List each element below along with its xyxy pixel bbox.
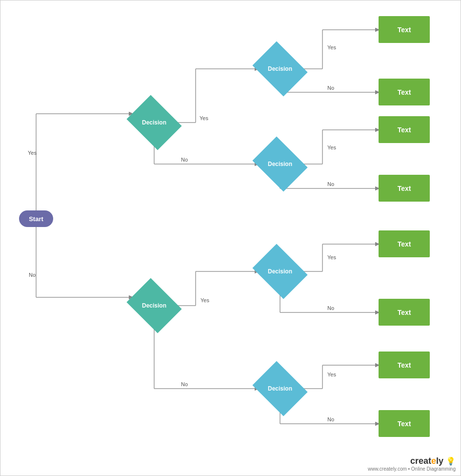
svg-text:No: No [181,381,188,387]
decision-1-bottom-label: Decision [142,302,166,309]
svg-text:No: No [327,181,334,187]
branding-bulb: e [431,456,436,466]
svg-text:No: No [327,305,334,311]
start-node[interactable]: Start [19,210,53,227]
svg-text:No: No [327,416,334,422]
text-node-2-label: Text [398,88,411,96]
text-node-3[interactable]: Text [379,116,430,143]
svg-text:Yes: Yes [327,145,336,150]
text-node-6-label: Text [398,309,411,316]
start-label: Start [29,215,43,223]
decision-1-top-label: Decision [142,119,166,126]
svg-text:No: No [327,85,334,91]
text-node-7[interactable]: Text [379,352,430,378]
branding-logo: creately 💡 [368,456,456,466]
branding-bulb-icon: 💡 [446,457,456,465]
text-node-5-label: Text [398,240,411,248]
svg-text:Yes: Yes [327,254,336,260]
decision-2-bl-label: Decision [268,268,292,275]
text-node-4-label: Text [398,185,411,192]
svg-text:Yes: Yes [200,115,208,121]
svg-text:Yes: Yes [28,150,37,156]
text-node-8-label: Text [398,420,411,428]
svg-text:Yes: Yes [327,44,336,50]
text-node-4[interactable]: Text [379,175,430,202]
text-node-5[interactable]: Text [379,230,430,257]
svg-text:Yes: Yes [327,372,336,377]
text-node-6[interactable]: Text [379,299,430,326]
svg-text:No: No [29,272,36,278]
svg-text:No: No [181,157,188,163]
decision-2-br-label: Decision [268,385,292,392]
text-node-8[interactable]: Text [379,410,430,437]
text-node-7-label: Text [398,361,411,369]
branding: creately 💡 www.creately.com • Online Dia… [368,456,456,472]
branding-url: www.creately.com • Online Diagramming [368,466,456,472]
text-node-2[interactable]: Text [379,79,430,105]
svg-text:Yes: Yes [200,297,209,303]
text-node-3-label: Text [398,126,411,134]
text-node-1-label: Text [398,26,411,34]
decision-2-tl-label: Decision [268,65,292,72]
text-node-1[interactable]: Text [379,16,430,43]
decision-2-tr-label: Decision [268,161,292,167]
